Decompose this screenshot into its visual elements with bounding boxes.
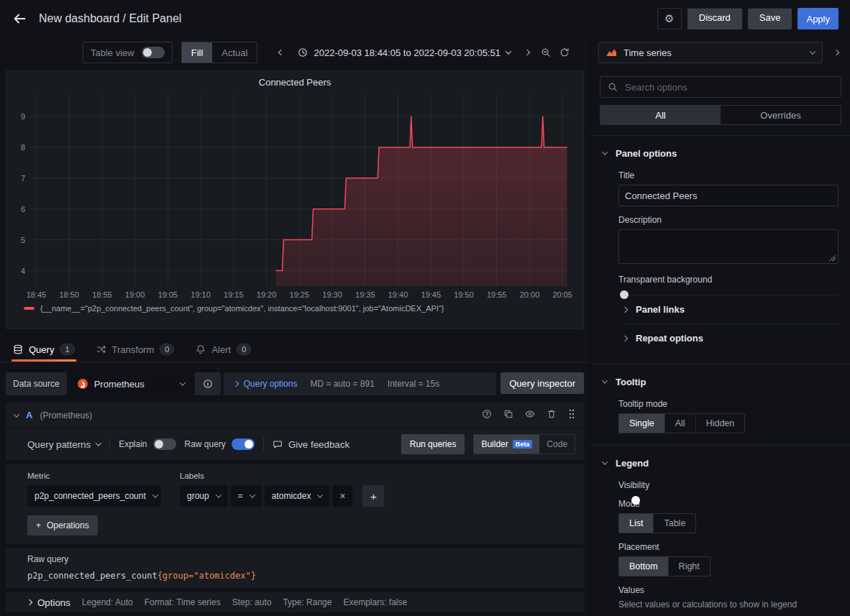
bell-icon [196,344,206,354]
add-label-filter-button[interactable]: + [362,485,384,507]
label-value-select[interactable]: atomicdex [265,485,330,507]
chevron-down-icon [602,377,608,383]
legend-placement-bottom[interactable]: Bottom [619,557,668,576]
label-key-select[interactable]: group [180,485,228,507]
explain-switch[interactable] [153,438,176,450]
refresh-icon [559,47,570,58]
options-collapse-toggle[interactable]: Options [27,597,70,608]
time-shift-forward-button[interactable] [518,42,536,63]
raw-query-toggle-group: Raw query [185,438,255,450]
chevron-right-icon [622,335,628,341]
time-series-chart[interactable]: 45678918:4518:5018:5519:0019:0519:1019:1… [13,89,577,303]
filter-tab-overrides[interactable]: Overrides [721,106,841,124]
chevron-right-icon [833,50,839,55]
visualization-name: Time series [623,47,672,58]
operations-label: Operations [47,520,89,530]
drag-handle[interactable] [568,408,575,422]
options-search-input[interactable] [623,81,833,93]
code-mode-button[interactable]: Code [539,435,575,454]
tooltip-header[interactable]: Tooltip [603,373,646,390]
resize-grip-icon[interactable] [829,254,836,261]
legend-placement-right[interactable]: Right [668,557,710,576]
promql-string: "atomicdex" [193,571,250,581]
raw-query-switch[interactable] [232,438,255,450]
give-feedback-link[interactable]: Give feedback [273,439,349,450]
explain-label: Explain [119,439,147,449]
chart-legend[interactable]: {__name__="p2p_connected_peers_count", g… [6,303,583,313]
svg-text:19:10: 19:10 [191,290,211,299]
duplicate-query-button[interactable] [503,409,513,421]
footer-legend-stat: Legend: Auto [82,597,133,607]
labels-label: Labels [180,472,384,480]
repeat-options-toggle[interactable]: Repeat options [623,323,838,352]
time-range-text: 2022-09-03 18:44:05 to 2022-09-03 20:05:… [314,47,501,58]
query-ref-id[interactable]: A [26,410,32,420]
refresh-button[interactable] [555,42,574,63]
panel-links-toggle[interactable]: Panel links [623,295,838,323]
builder-mode-button[interactable]: Builder Beta [474,435,539,454]
save-button[interactable]: Save [748,8,792,29]
tab-transform-label: Transform [112,344,155,355]
disable-query-button[interactable] [525,409,535,421]
operations-section: + Operations [6,512,584,544]
time-shift-back-button[interactable] [272,42,291,63]
metric-labels-section: Metric p2p_connected_peers_count Labels … [6,464,584,512]
legend-header[interactable]: Legend [603,454,649,472]
tab-alert[interactable]: Alert 0 [194,344,252,362]
datasource-picker[interactable]: Prometheus [70,372,192,395]
panel-title-input[interactable] [618,185,838,206]
legend-mode-list[interactable]: List [619,514,653,533]
panel-options-heading: Panel options [616,148,677,159]
tab-transform[interactable]: Transform 0 [95,344,176,362]
give-feedback-label: Give feedback [288,439,349,450]
svg-text:19:35: 19:35 [355,290,375,299]
svg-text:19:30: 19:30 [322,290,342,299]
display-mode-actual[interactable]: Actual [212,42,257,63]
gear-icon: ⚙ [664,12,674,25]
zoom-out-button[interactable] [536,42,555,63]
display-mode-fill[interactable]: Fill [182,42,213,63]
panel-description-textarea[interactable] [618,229,838,264]
query-inspector-button[interactable]: Query inspector [501,372,584,394]
chevron-down-icon [179,380,185,385]
copy-icon [503,409,513,419]
collapse-options-pane-button[interactable] [827,42,846,63]
label-operator-select[interactable]: = [231,485,262,507]
query-patterns-dropdown[interactable]: Query patterns [27,439,101,450]
time-range-picker[interactable]: 2022-09-03 18:44:05 to 2022-09-03 20:05:… [291,42,518,63]
promql-metric: p2p_connected_peers_count [27,571,157,581]
panel-settings-button[interactable]: ⚙ [657,8,682,29]
tab-query[interactable]: Query 1 [12,344,76,362]
query-help-button[interactable] [482,409,492,421]
query-options-toggle[interactable]: Query options [234,379,298,389]
chevron-down-icon [317,492,323,497]
tooltip-mode-all[interactable]: All [664,414,695,433]
metric-select[interactable]: p2p_connected_peers_count [27,485,161,507]
table-view-switch[interactable] [142,47,165,58]
tooltip-mode-single[interactable]: Single [619,414,664,433]
label-operator-value: = [238,491,243,501]
legend-mode-table[interactable]: Table [653,514,695,533]
query-ref-datasource: (Prometheus) [40,410,92,420]
panel-options-header[interactable]: Panel options [603,144,677,162]
filter-tab-all[interactable]: All [600,106,721,124]
datasource-help-button[interactable] [195,372,221,395]
trash-icon [547,409,557,419]
run-queries-button[interactable]: Run queries [401,434,465,454]
remove-query-button[interactable] [547,409,557,421]
back-button[interactable] [12,11,27,27]
tooltip-mode-hidden[interactable]: Hidden [695,414,745,433]
comment-icon [273,439,283,449]
svg-text:4: 4 [21,267,25,275]
visualization-picker[interactable]: Time series [598,42,823,63]
discard-button[interactable]: Discard [687,8,742,29]
query-row-header[interactable]: A (Prometheus) [6,403,584,428]
description-field-wrap [618,229,838,266]
collapse-query-icon[interactable] [14,411,19,417]
remove-label-filter-button[interactable]: × [332,485,352,507]
divider [263,438,264,451]
pane-resize-handle[interactable] [0,329,590,338]
add-operation-button[interactable]: + Operations [27,515,98,535]
apply-button[interactable]: Apply [798,8,838,29]
tooltip-body: Tooltip mode Single All Hidden [603,399,838,433]
